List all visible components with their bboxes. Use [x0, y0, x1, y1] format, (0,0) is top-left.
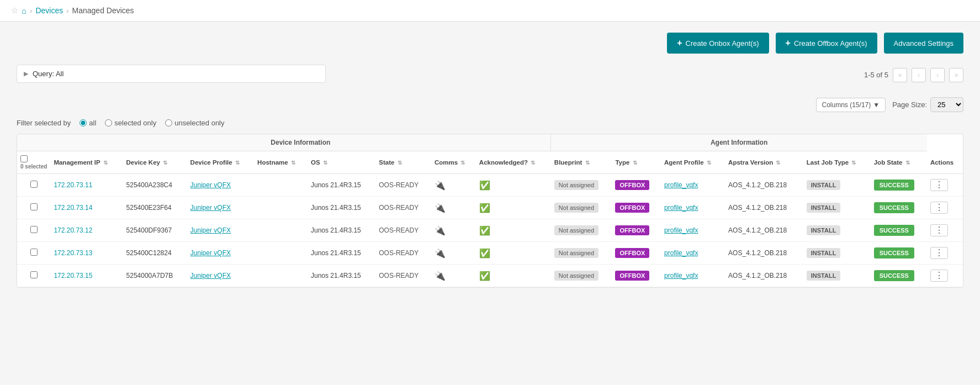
- col-blueprint[interactable]: Blueprint ⇅: [551, 151, 612, 174]
- row-acknowledged: ✅: [476, 219, 551, 242]
- breadcrumb-sep-2: ›: [66, 7, 68, 15]
- type-badge: OFFBOX: [615, 248, 649, 258]
- col-type[interactable]: Type ⇅: [612, 151, 661, 174]
- blueprint-badge: Not assigned: [554, 180, 598, 190]
- advanced-settings-button[interactable]: Advanced Settings: [884, 33, 963, 54]
- row-checkbox-cell: [17, 174, 50, 197]
- page-size-select[interactable]: 25 50 100: [930, 97, 963, 112]
- device-profile-link[interactable]: Juniper vQFX: [190, 204, 231, 212]
- agent-profile-link[interactable]: profile_vqfx: [664, 204, 698, 212]
- ip-link[interactable]: 172.20.73.12: [54, 226, 92, 234]
- pagination-last-button[interactable]: »: [949, 68, 963, 82]
- acknowledged-check-icon: ✅: [479, 181, 490, 190]
- comms-plug-icon: 🔌: [435, 203, 446, 213]
- select-all-header: [17, 134, 50, 151]
- col-apstra-version[interactable]: Apstra Version ⇅: [725, 151, 803, 174]
- col-management-ip[interactable]: Management IP ⇅: [50, 151, 123, 174]
- agent-profile-link[interactable]: profile_vqfx: [664, 249, 698, 257]
- columns-button[interactable]: Columns (15/17) ▼: [816, 98, 886, 112]
- pagination-prev-button[interactable]: ‹: [912, 68, 926, 82]
- query-arrow-icon: ▶: [24, 70, 28, 77]
- breadcrumb-sep-1: ›: [30, 7, 32, 15]
- row-device-profile: Juniper vQFX: [187, 174, 254, 197]
- filter-unselected-option[interactable]: unselected only: [165, 119, 224, 127]
- row-actions: ⋮: [927, 197, 963, 219]
- row-comms: 🔌: [431, 174, 476, 197]
- row-device-profile: Juniper vQFX: [187, 242, 254, 265]
- select-all-checkbox[interactable]: [20, 155, 28, 162]
- devices-table: Device Information Agent Information 0 s…: [17, 134, 963, 288]
- row-ip: 172.20.73.11: [50, 174, 123, 197]
- col-agent-profile[interactable]: Agent Profile ⇅: [661, 151, 725, 174]
- row-device-key: 5254000A7D7B: [123, 265, 187, 287]
- plus-icon-onbox: +: [677, 38, 682, 48]
- table-row: 172.20.73.14 525400E23F64 Juniper vQFX J…: [17, 197, 963, 219]
- pagination-first-button[interactable]: «: [893, 68, 907, 82]
- col-acknowledged[interactable]: Acknowledged? ⇅: [476, 151, 551, 174]
- ip-link[interactable]: 172.20.73.14: [54, 204, 92, 212]
- blueprint-badge: Not assigned: [554, 271, 598, 281]
- ip-link[interactable]: 172.20.73.13: [54, 249, 92, 257]
- ip-link[interactable]: 172.20.73.15: [54, 272, 92, 279]
- breadcrumb-current: Managed Devices: [72, 6, 134, 15]
- job-state-badge: SUCCESS: [874, 225, 914, 236]
- row-checkbox[interactable]: [30, 249, 38, 256]
- row-hostname: [254, 197, 308, 219]
- star-icon[interactable]: ☆: [11, 6, 18, 15]
- col-comms[interactable]: Comms ⇅: [431, 151, 476, 174]
- device-profile-link[interactable]: Juniper vQFX: [190, 272, 231, 279]
- col-device-profile[interactable]: Device Profile ⇅: [187, 151, 254, 174]
- device-info-header: Device Information: [50, 134, 550, 151]
- col-os[interactable]: OS ⇅: [308, 151, 375, 174]
- row-checkbox[interactable]: [30, 203, 38, 210]
- row-agent-profile: profile_vqfx: [661, 174, 725, 197]
- row-actions-button[interactable]: ⋮: [930, 179, 948, 191]
- row-comms: 🔌: [431, 265, 476, 287]
- filter-selected-option[interactable]: selected only: [105, 119, 156, 127]
- job-state-badge: SUCCESS: [874, 202, 914, 213]
- blueprint-badge: Not assigned: [554, 248, 598, 258]
- agent-profile-link[interactable]: profile_vqfx: [664, 272, 698, 279]
- job-state-badge: SUCCESS: [874, 270, 914, 281]
- col-job-state[interactable]: Job State ⇅: [871, 151, 927, 174]
- col-device-key[interactable]: Device Key ⇅: [123, 151, 187, 174]
- row-actions-button[interactable]: ⋮: [930, 247, 948, 259]
- agent-profile-link[interactable]: profile_vqfx: [664, 181, 698, 189]
- col-last-job-type[interactable]: Last Job Type ⇅: [803, 151, 871, 174]
- row-apstra-version: AOS_4.1.2_OB.218: [725, 174, 803, 197]
- query-bar[interactable]: ▶ Query: All: [17, 65, 326, 83]
- row-last-job-type: INSTALL: [803, 174, 871, 197]
- device-profile-link[interactable]: Juniper vQFX: [190, 226, 231, 234]
- row-checkbox[interactable]: [30, 181, 38, 188]
- row-actions-button[interactable]: ⋮: [930, 224, 948, 236]
- create-onbox-button[interactable]: + Create Onbox Agent(s): [667, 33, 769, 54]
- row-job-state: SUCCESS: [871, 197, 927, 219]
- create-offbox-button[interactable]: + Create Offbox Agent(s): [776, 33, 877, 54]
- breadcrumb-devices-link[interactable]: Devices: [35, 6, 63, 15]
- row-acknowledged: ✅: [476, 197, 551, 219]
- col-hostname[interactable]: Hostname ⇅: [254, 151, 308, 174]
- last-job-type-badge: INSTALL: [807, 180, 841, 190]
- row-state: OOS-READY: [375, 242, 431, 265]
- toolbar: + Create Onbox Agent(s) + Create Offbox …: [17, 33, 963, 54]
- row-ip: 172.20.73.13: [50, 242, 123, 265]
- row-actions-button[interactable]: ⋮: [930, 270, 948, 282]
- last-job-type-badge: INSTALL: [807, 203, 841, 213]
- ip-link[interactable]: 172.20.73.11: [54, 181, 92, 189]
- agent-profile-link[interactable]: profile_vqfx: [664, 226, 698, 234]
- row-actions-button[interactable]: ⋮: [930, 202, 948, 214]
- device-profile-link[interactable]: Juniper vQFX: [190, 181, 231, 189]
- pagination-next-button[interactable]: ›: [930, 68, 945, 82]
- row-blueprint: Not assigned: [551, 219, 612, 242]
- home-icon[interactable]: ⌂: [22, 6, 27, 15]
- device-profile-link[interactable]: Juniper vQFX: [190, 249, 231, 257]
- filter-all-option[interactable]: all: [80, 119, 96, 127]
- row-acknowledged: ✅: [476, 265, 551, 287]
- row-device-key: 525400A238C4: [123, 174, 187, 197]
- table-row: 172.20.73.12 525400DF9367 Juniper vQFX J…: [17, 219, 963, 242]
- row-checkbox[interactable]: [30, 271, 38, 278]
- row-checkbox[interactable]: [30, 226, 38, 233]
- row-type: OFFBOX: [612, 242, 661, 265]
- type-badge: OFFBOX: [615, 271, 649, 281]
- col-state[interactable]: State ⇅: [375, 151, 431, 174]
